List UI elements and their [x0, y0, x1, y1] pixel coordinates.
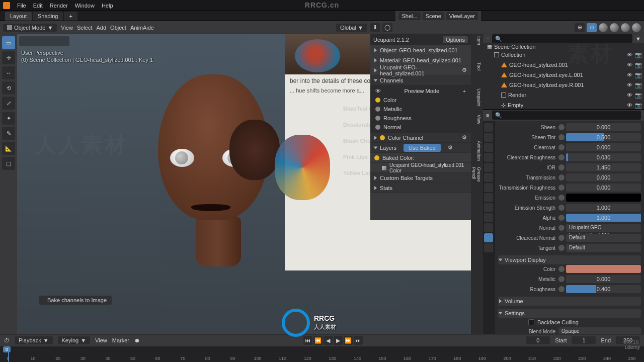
channel-color[interactable]: Color — [370, 96, 471, 105]
props-type-icon[interactable]: ≡ — [486, 112, 489, 118]
workspace-tab-layout[interactable]: Layout — [5, 12, 32, 21]
tab-texture[interactable] — [484, 243, 493, 252]
overlay-toggle-icon[interactable]: ⊙ — [587, 23, 597, 32]
tool-move[interactable]: ↔ — [2, 66, 15, 79]
stats-row[interactable]: Stats — [370, 183, 471, 193]
addon-object-row[interactable]: Object: GEO-head_stylized.001 — [370, 45, 471, 55]
property-link-row[interactable]: NormalUcupaint GEO-head_stylized.001 — [498, 223, 641, 232]
tab-world[interactable] — [484, 163, 493, 172]
tab-material[interactable] — [484, 233, 493, 242]
channel-metallic[interactable]: Metallic — [370, 105, 471, 114]
property-row[interactable]: Sheen Tint0.500 — [498, 133, 641, 142]
property-row[interactable]: Transmission0.000 — [498, 173, 641, 182]
menu-help[interactable]: Help — [102, 3, 113, 9]
custom-bake-row[interactable]: Custom Bake Targets — [370, 173, 471, 183]
property-row[interactable]: Emission — [498, 193, 641, 202]
timeline-ruler[interactable]: 0 01020304050607080901001101201301401501… — [0, 346, 644, 362]
mode-selector[interactable]: Object Mode▼ — [3, 24, 57, 32]
tab-render[interactable] — [484, 123, 493, 132]
property-section[interactable]: Volume — [498, 297, 641, 306]
property-link-row[interactable]: Clearcoat NormalDefault — [498, 233, 641, 242]
outliner-row[interactable]: Collection👁📷 — [483, 50, 644, 60]
property-link-row[interactable]: TangentDefault — [498, 243, 641, 252]
tab-ucupaint[interactable]: Ucupaint — [472, 88, 481, 113]
use-baked-button[interactable]: Use Baked — [404, 144, 441, 152]
shading-wire-icon[interactable] — [599, 23, 608, 32]
tool-measure[interactable]: 📐 — [2, 142, 15, 155]
property-row[interactable]: Color — [498, 264, 641, 274]
outliner-row[interactable]: Render👁📷 — [483, 90, 644, 100]
tab-output[interactable] — [484, 133, 493, 142]
snap-icon[interactable]: ⬇ — [370, 23, 380, 32]
layers-header[interactable]: Layers Use Baked ⚙ — [370, 143, 471, 153]
next-key-icon[interactable]: ⏩ — [344, 336, 353, 345]
tab-modifier[interactable] — [484, 183, 493, 192]
property-row[interactable]: Clearcoat0.000 — [498, 143, 641, 152]
menu-file[interactable]: File — [17, 3, 26, 9]
orientation-selector[interactable]: Global ▼ — [336, 24, 367, 32]
tab-item[interactable]: Item — [472, 36, 481, 60]
jump-start-icon[interactable]: ⏮ — [303, 336, 312, 345]
color-channel-row[interactable]: Color Channel⚙ — [370, 133, 471, 143]
preview-mode-row[interactable]: 👁Preview Mode+ — [370, 86, 471, 96]
scene-dropdown[interactable]: Scene — [423, 12, 444, 20]
shading-solid-icon[interactable] — [610, 23, 619, 32]
tl-marker[interactable]: Marker — [112, 337, 129, 343]
workspace-tab-add[interactable]: + — [64, 12, 77, 21]
tab-tool[interactable]: Tool — [472, 62, 481, 86]
tab-physics[interactable] — [484, 203, 493, 212]
outliner-row[interactable]: GEO-head_stylized.eye.R.001👁📷 — [483, 80, 644, 90]
channel-roughness[interactable]: Roughness — [370, 114, 471, 123]
hdr-object[interactable]: Object — [110, 25, 126, 31]
shell-dropdown[interactable]: Shel... — [398, 12, 420, 20]
outliner-row[interactable]: GEO-head_stylized.001👁📷 — [483, 60, 644, 70]
viewlayer-dropdown[interactable]: ViewLayer — [446, 12, 478, 20]
menu-window[interactable]: Window — [75, 3, 95, 9]
tab-animation[interactable]: Animation — [472, 141, 481, 165]
property-row[interactable]: Metallic0.000 — [498, 275, 641, 284]
menu-edit[interactable]: Edit — [33, 3, 43, 9]
autokey-icon[interactable]: ⏺ — [134, 337, 140, 343]
checkbox-row[interactable]: Backface Culling — [498, 318, 641, 327]
property-row[interactable]: Roughness0.400 — [498, 285, 641, 294]
channel-normal[interactable]: Normal — [370, 123, 471, 132]
tool-cursor[interactable]: ✛ — [2, 51, 15, 64]
property-row[interactable]: IOR1.450 — [498, 163, 641, 172]
out-scene-collection[interactable]: ▦Scene Collection — [483, 43, 644, 50]
gizmo-toggle-icon[interactable]: ⊕ — [575, 23, 585, 32]
tab-obj[interactable] — [484, 173, 493, 182]
playhead[interactable]: 0 — [3, 346, 11, 352]
outliner-row[interactable]: GEO-head_stylized.eye.L.001👁📷 — [483, 70, 644, 80]
tl-view[interactable]: View — [95, 337, 107, 343]
tool-scale[interactable]: ⤢ — [2, 97, 15, 110]
tool-select-box[interactable]: ▭ — [2, 36, 15, 49]
property-row[interactable]: Clearcoat Roughness0.030 — [498, 153, 641, 162]
play-icon[interactable]: ▶ — [334, 336, 343, 345]
hdr-animaide[interactable]: AnimAide — [130, 25, 154, 31]
start-frame[interactable]: 1 — [572, 336, 596, 344]
outliner-row[interactable]: ⊹Empty👁📷 — [483, 100, 644, 110]
tab-grease[interactable]: Grease Pencil — [472, 167, 481, 191]
property-dropdown[interactable]: Blend ModeOpaque — [498, 327, 641, 334]
props-search[interactable]: 🔍 — [492, 111, 641, 120]
tab-constraint[interactable] — [484, 213, 493, 222]
playback-menu[interactable]: Playback▼ — [15, 336, 53, 344]
outliner-filter-icon[interactable]: ▼ — [635, 36, 641, 42]
addon-ucupaint-row[interactable]: Ucupaint GEO-head_stylized.001⚙ — [370, 65, 471, 75]
timeline-type-icon[interactable]: ⏱ — [4, 337, 10, 343]
tab-particle[interactable] — [484, 193, 493, 202]
3d-viewport[interactable]: User Perspective (0) Scene Collection | … — [17, 34, 471, 334]
hdr-view[interactable]: View — [61, 25, 73, 31]
tool-add-cube[interactable]: ▢ — [2, 157, 15, 170]
options-button[interactable]: Options — [443, 36, 468, 43]
property-row[interactable]: Transmission Roughness0.000 — [498, 183, 641, 192]
shading-render-icon[interactable] — [632, 23, 641, 32]
tool-transform[interactable]: ✦ — [2, 112, 15, 125]
property-section[interactable]: Viewport Display — [498, 255, 641, 264]
tool-annotate[interactable]: ✎ — [2, 127, 15, 140]
proportional-icon[interactable]: ◯ — [382, 23, 392, 32]
jump-end-icon[interactable]: ⏭ — [354, 336, 363, 345]
channels-header[interactable]: Channels — [370, 75, 471, 85]
play-rev-icon[interactable]: ◀ — [324, 336, 333, 345]
property-row[interactable]: Alpha1.000 — [498, 213, 641, 222]
